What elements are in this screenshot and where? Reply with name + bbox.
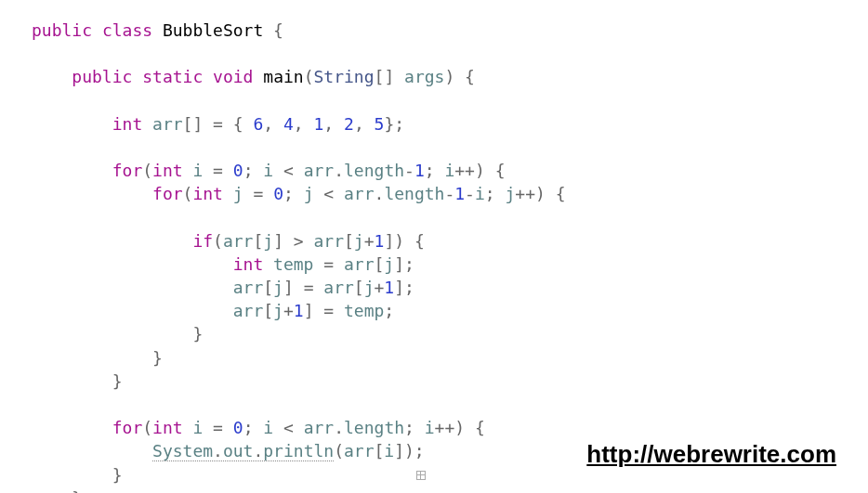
class-name: BubbleSort xyxy=(163,20,263,40)
resize-handle-icon xyxy=(416,471,426,480)
keyword-public: public xyxy=(32,20,92,40)
method-main: main xyxy=(263,67,303,86)
code-block: public class BubbleSort { public static … xyxy=(0,0,868,493)
source-url-link[interactable]: http://webrewrite.com xyxy=(586,437,836,471)
keyword-class: class xyxy=(102,20,152,40)
